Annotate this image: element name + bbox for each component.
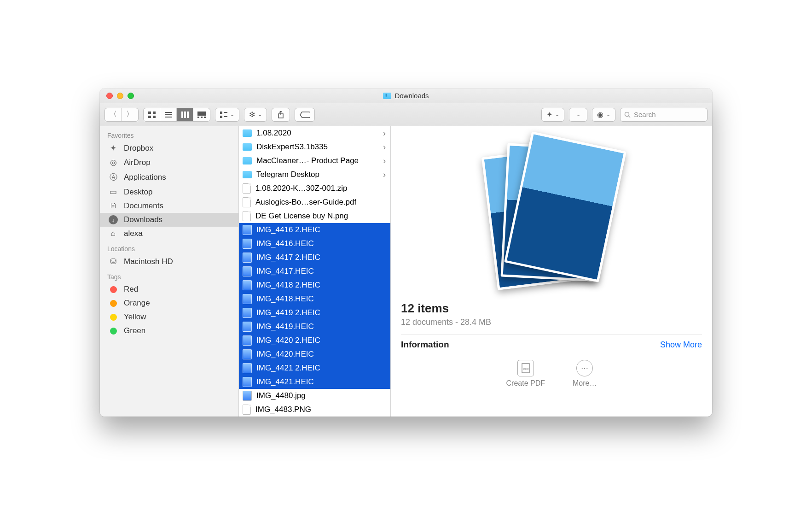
close-window-button[interactable] [106,93,113,99]
file-row[interactable]: MacCleaner…- Product Page› [239,154,390,168]
chevron-down-icon: ⌄ [258,112,262,117]
file-icon [243,183,251,194]
sidebar-item-green[interactable]: Green [100,324,238,338]
view-gallery-button[interactable] [193,108,210,121]
file-row[interactable]: IMG_4416.HEIC [239,237,390,251]
preview-title: 12 items [401,301,702,316]
sidebar-item-label: Green [124,326,145,335]
quicklook-button[interactable]: ◉ ⌄ [592,108,615,122]
more-icon: ⋯ [576,360,593,376]
svg-rect-0 [148,112,151,114]
sidebar-section-header: Favorites [100,127,238,141]
file-row[interactable]: DE Get License buy N.png [239,209,390,223]
file-row[interactable]: IMG_4416 2.HEIC [239,223,390,237]
action-button[interactable]: ✻ ⌄ [244,108,267,122]
desktop-icon: ▭ [108,187,118,197]
file-row[interactable]: IMG_4421.HEIC [239,375,390,389]
file-row[interactable]: IMG_4420 2.HEIC [239,334,390,347]
file-row[interactable]: IMG_4417.HEIC [239,264,390,278]
minimize-window-button[interactable] [117,93,123,99]
sidebar-item-label: Downloads [124,215,162,224]
svg-rect-10 [197,112,206,116]
file-row[interactable]: IMG_4417 2.HEIC [239,251,390,264]
file-row[interactable]: DiskExpertS3.1b335› [239,140,390,154]
sidebar-item-label: Macintosh HD [124,257,173,266]
svg-rect-9 [187,112,189,118]
file-name: IMG_4420 2.HEIC [256,336,320,345]
back-button[interactable]: 〈 [105,108,122,121]
file-row[interactable]: Auslogics-Bo…ser-Guide.pdf [239,195,390,209]
dropbox-toolbar-button[interactable]: ✦ ⌄ [541,108,564,122]
sidebar-item-applications[interactable]: ⒶApplications [100,170,238,185]
sidebar-item-airdrop[interactable]: ◎AirDrop [100,155,238,170]
file-row[interactable]: IMG_4419.HEIC [239,320,390,334]
file-name: Telegram Desktop [256,170,319,179]
file-name: Auslogics-Bo…ser-Guide.pdf [255,198,356,207]
file-row[interactable]: IMG_4483.PNG [239,403,390,417]
svg-rect-4 [165,112,172,113]
sidebar-item-label: Desktop [124,188,152,197]
view-icons-button[interactable] [144,108,160,121]
zoom-window-button[interactable] [128,93,134,99]
group-by-button[interactable]: ⌄ [215,108,239,122]
file-row[interactable]: Telegram Desktop› [239,168,390,182]
svg-rect-2 [148,116,151,118]
create-pdf-action[interactable]: PDF Create PDF [506,360,545,388]
image-thumb-icon [243,266,252,276]
svg-rect-3 [153,116,156,118]
preview-pane: 12 items 12 documents - 28.4 MB Informat… [391,126,712,417]
chevron-down-icon: ⌄ [230,112,234,117]
sidebar-item-downloads[interactable]: ↓Downloads [100,213,238,227]
file-name: IMG_4416 2.HEIC [256,225,320,235]
file-name: IMG_4419 2.HEIC [256,308,320,317]
preview-divider [401,335,702,335]
image-thumb-icon [243,280,252,290]
svg-text:PDF: PDF [523,368,529,370]
sidebar-item-macintosh-hd[interactable]: ⛁Macintosh HD [100,254,238,269]
chevron-down-icon: ⌄ [606,112,610,117]
sidebar-item-dropbox[interactable]: ✦Dropbox [100,141,238,155]
sidebar-item-label: Documents [124,201,163,211]
file-name: IMG_4418 2.HEIC [256,281,320,290]
empty-dropdown-button[interactable]: ⌄ [569,108,587,122]
search-placeholder: Search [634,111,656,118]
forward-button[interactable]: 〉 [122,108,138,121]
show-more-link[interactable]: Show More [660,340,702,350]
file-row[interactable]: IMG_4418 2.HEIC [239,278,390,292]
more-action[interactable]: ⋯ More… [573,360,597,388]
sidebar-item-alexa[interactable]: ⌂alexa [100,227,238,241]
sidebar-item-label: Red [124,285,138,294]
search-field[interactable]: Search [620,108,708,122]
finder-window: Downloads 〈 〉 [100,88,712,417]
file-row[interactable]: 1.08.2020› [239,126,390,140]
image-thumb-icon [243,308,252,318]
sidebar-item-red[interactable]: Red [100,282,238,296]
image-thumb-icon [243,294,252,304]
sidebar-section-header: Tags [100,269,238,282]
sidebar-item-documents[interactable]: 🗎Documents [100,199,238,213]
file-row[interactable]: IMG_4421 2.HEIC [239,361,390,375]
view-columns-button[interactable] [177,108,193,121]
file-row[interactable]: IMG_4420.HEIC [239,347,390,361]
chevron-down-icon: ⌄ [555,112,559,117]
file-row[interactable]: IMG_4418.HEIC [239,292,390,306]
sidebar-item-yellow[interactable]: Yellow [100,310,238,324]
file-icon [243,197,251,207]
main-content: Favorites✦Dropbox◎AirDropⒶApplications▭D… [100,126,712,417]
image-thumb-icon [243,391,252,401]
sidebar-item-desktop[interactable]: ▭Desktop [100,185,238,199]
file-row[interactable]: IMG_4419 2.HEIC [239,306,390,320]
file-name: 1.08.2020-K…30Z-001.zip [255,184,347,193]
view-list-button[interactable] [160,108,177,121]
sidebar-item-label: Applications [124,173,166,182]
sidebar-item-orange[interactable]: Orange [100,296,238,310]
svg-rect-16 [224,112,227,113]
svg-rect-13 [204,117,206,118]
grid-icon [148,112,156,118]
more-label: More… [573,379,597,388]
tag-dot-icon [108,328,118,335]
file-row[interactable]: 1.08.2020-K…30Z-001.zip [239,182,390,195]
share-button[interactable] [272,108,290,122]
tags-button[interactable] [295,108,315,122]
file-row[interactable]: IMG_4480.jpg [239,389,390,403]
